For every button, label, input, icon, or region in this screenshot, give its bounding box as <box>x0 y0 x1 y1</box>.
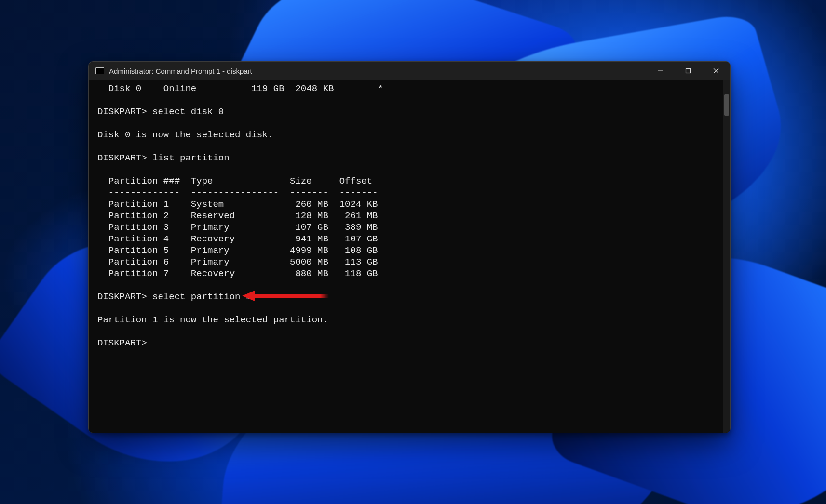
window-title: Administrator: Command Prompt 1 - diskpa… <box>109 67 252 75</box>
partition-row: Partition 7 Recovery 880 MB 118 GB <box>97 268 378 279</box>
partition-row: Partition 1 System 260 MB 1024 KB <box>97 199 378 210</box>
cmd-list-partition: DISKPART> list partition <box>97 153 230 163</box>
partition-separator: ------------- ---------------- ------- -… <box>97 187 378 198</box>
command-prompt-window: Administrator: Command Prompt 1 - diskpa… <box>88 61 731 433</box>
diskpart-prompt: DISKPART> <box>97 338 147 348</box>
partition-row: Partition 3 Primary 107 GB 389 MB <box>97 222 378 233</box>
msg-partition-selected: Partition 1 is now the selected partitio… <box>97 315 328 325</box>
svg-rect-1 <box>686 69 691 73</box>
cmd-select-disk: DISKPART> select disk 0 <box>97 106 224 117</box>
partition-row: Partition 6 Primary 5000 MB 113 GB <box>97 257 378 267</box>
cmd-icon <box>95 67 104 74</box>
close-button[interactable] <box>702 62 730 80</box>
partition-row: Partition 2 Reserved 128 MB 261 MB <box>97 211 378 221</box>
minimize-button[interactable] <box>646 62 674 80</box>
scrollbar-track[interactable] <box>723 80 730 433</box>
msg-disk-selected: Disk 0 is now the selected disk. <box>97 130 273 140</box>
terminal-output[interactable]: Disk 0 Online 119 GB 2048 KB * DISKPART>… <box>89 80 725 433</box>
partition-row: Partition 5 Primary 4999 MB 108 GB <box>97 245 378 256</box>
partition-row: Partition 4 Recovery 941 MB 107 GB <box>97 234 378 244</box>
disk-list-row: Disk 0 Online 119 GB 2048 KB * <box>97 83 383 94</box>
maximize-button[interactable] <box>674 62 702 80</box>
titlebar[interactable]: Administrator: Command Prompt 1 - diskpa… <box>89 62 730 80</box>
cmd-select-partition: DISKPART> select partition 1 <box>97 292 251 302</box>
partition-header: Partition ### Type Size Offset <box>97 176 372 186</box>
scrollbar-thumb[interactable] <box>724 94 729 116</box>
